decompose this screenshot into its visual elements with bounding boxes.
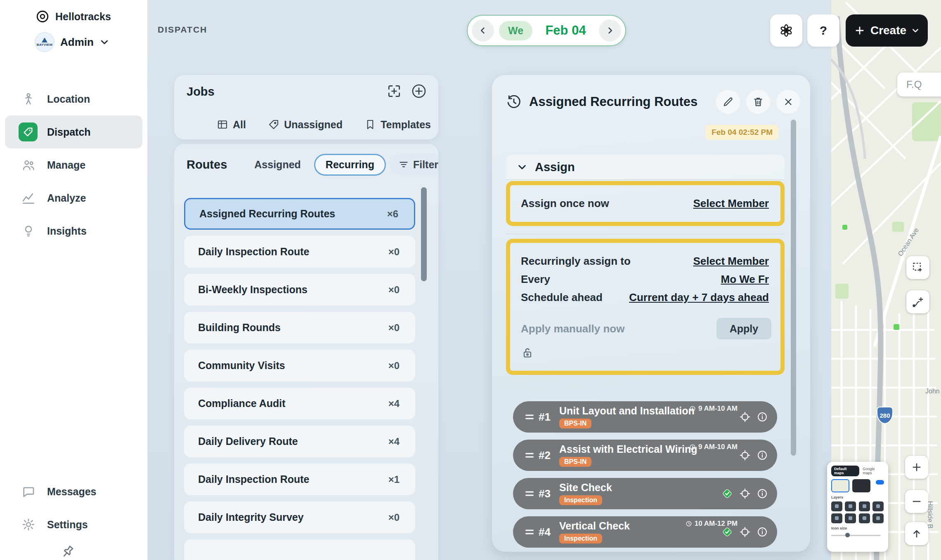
edit-route-button[interactable] bbox=[716, 90, 740, 114]
add-job-button[interactable] bbox=[409, 82, 428, 101]
select-area-icon bbox=[911, 261, 924, 274]
route-count: ×4 bbox=[388, 436, 400, 447]
stop-number: #3 bbox=[539, 487, 551, 500]
sidebar-item-location[interactable]: Location bbox=[5, 82, 142, 115]
icon-size-slider[interactable] bbox=[831, 533, 884, 538]
map-style-dark-thumb[interactable] bbox=[852, 479, 870, 492]
sidebar-item-dispatch[interactable]: Dispatch bbox=[5, 115, 142, 148]
tab-routes-assigned[interactable]: Assigned bbox=[252, 158, 303, 171]
locate-stop-icon[interactable] bbox=[739, 449, 751, 461]
detail-scrollbar[interactable] bbox=[791, 120, 796, 456]
collapse-up-button[interactable] bbox=[905, 522, 928, 545]
layer-option[interactable] bbox=[831, 513, 842, 523]
zoom-out-button[interactable] bbox=[905, 490, 928, 513]
date-label[interactable]: Feb 04 bbox=[532, 23, 599, 38]
route-list-item[interactable]: Bi-Weekly Inspections ×0 bbox=[184, 274, 415, 306]
date-navigator: We Feb 04 bbox=[467, 15, 626, 46]
sidebar-item-messages[interactable]: Messages bbox=[5, 475, 142, 508]
route-list-item[interactable]: Daily Inspection Route ×0 bbox=[184, 236, 415, 268]
locate-stop-icon[interactable] bbox=[739, 487, 751, 500]
route-list-item-partial[interactable] bbox=[184, 539, 415, 560]
scan-jobs-button[interactable] bbox=[385, 82, 404, 101]
route-detail-panel: Assigned Recurring Routes Feb 04 02:52 P… bbox=[492, 75, 810, 552]
sidebar-item-insights[interactable]: Insights bbox=[5, 214, 142, 247]
route-name: Daily Delivery Route bbox=[198, 435, 298, 447]
tab-routes-recurring[interactable]: Recurring bbox=[314, 154, 386, 176]
zoom-in-button[interactable] bbox=[905, 456, 928, 479]
area-select-button[interactable] bbox=[906, 256, 929, 279]
route-list-item[interactable]: Daily Delivery Route ×4 bbox=[184, 426, 415, 457]
drag-handle-icon[interactable] bbox=[525, 413, 534, 421]
google-maps-label[interactable]: Google maps bbox=[863, 467, 884, 475]
layer-option[interactable] bbox=[872, 513, 884, 523]
info-icon[interactable] bbox=[757, 449, 768, 461]
route-list-item[interactable]: Building Rounds ×0 bbox=[184, 312, 415, 344]
create-label: Create bbox=[870, 24, 906, 37]
pin-sidebar-icon[interactable] bbox=[60, 544, 75, 559]
info-icon[interactable] bbox=[757, 526, 768, 538]
plus-circle-icon bbox=[411, 83, 427, 99]
ai-assistant-button[interactable] bbox=[770, 14, 802, 47]
every-days-link[interactable]: Mo We Fr bbox=[718, 273, 771, 286]
drag-handle-icon[interactable] bbox=[525, 489, 534, 498]
apply-button[interactable]: Apply bbox=[716, 318, 771, 339]
next-day-button[interactable] bbox=[599, 19, 621, 42]
dispatch-icon bbox=[19, 122, 38, 141]
tab-label: Unassigned bbox=[284, 119, 343, 131]
route-list-item[interactable]: Community Visits ×0 bbox=[184, 350, 415, 381]
account-switcher[interactable]: BAYVIEW Admin bbox=[35, 31, 109, 53]
assign-section-header[interactable]: Assign bbox=[506, 155, 785, 180]
route-count: ×6 bbox=[387, 208, 398, 220]
locate-stop-icon[interactable] bbox=[739, 411, 751, 423]
filter-button[interactable]: Filter bbox=[389, 154, 438, 175]
layer-option[interactable] bbox=[845, 501, 856, 511]
create-button[interactable]: Create bbox=[846, 14, 928, 47]
info-icon[interactable] bbox=[757, 488, 768, 499]
route-count: ×4 bbox=[388, 398, 400, 409]
layer-option[interactable] bbox=[859, 513, 870, 523]
route-stop[interactable]: #1 Unit Layout and Installation BPS-IN 9… bbox=[513, 401, 777, 433]
route-list-item[interactable]: Daily Inspection Route ×1 bbox=[184, 464, 415, 495]
assign-once-highlight: Assign once now Select Member bbox=[506, 181, 785, 226]
schedule-ahead-link[interactable]: Current day + 7 days ahead bbox=[627, 291, 771, 304]
sidebar-item-settings[interactable]: Settings bbox=[5, 508, 142, 541]
help-button[interactable]: ? bbox=[807, 14, 839, 47]
map-search-box[interactable]: F.Q bbox=[897, 73, 941, 96]
tab-jobs-all[interactable]: All bbox=[214, 118, 248, 131]
delete-route-button[interactable] bbox=[746, 90, 770, 114]
sidebar-item-analyze[interactable]: Analyze bbox=[5, 181, 142, 214]
layer-option[interactable] bbox=[859, 501, 870, 511]
route-count: ×0 bbox=[388, 284, 400, 296]
route-list-item[interactable]: Compliance Audit ×4 bbox=[184, 388, 415, 419]
stop-title: Unit Layout and Installation bbox=[559, 405, 695, 416]
map-style-default-thumb[interactable] bbox=[831, 479, 849, 492]
drag-handle-icon[interactable] bbox=[525, 451, 534, 460]
sidebar: Hellotracks BAYVIEW Admin Location Dispa… bbox=[0, 0, 148, 560]
recurring-select-member-link[interactable]: Select Member bbox=[690, 254, 771, 268]
tab-jobs-templates[interactable]: Templates bbox=[362, 118, 433, 131]
route-list-item[interactable]: Daily Integrity Survey ×0 bbox=[184, 501, 415, 533]
route-list-item[interactable]: Assigned Recurring Routes ×6 bbox=[184, 198, 415, 230]
clock-icon bbox=[689, 444, 696, 450]
routes-scrollbar[interactable] bbox=[421, 187, 427, 281]
route-stop[interactable]: #4 Vertical Check Inspection 10 AM-12 PM bbox=[513, 516, 777, 548]
tab-label: Templates bbox=[381, 119, 431, 131]
info-icon[interactable] bbox=[757, 411, 768, 423]
assign-once-select-member-link[interactable]: Select Member bbox=[690, 197, 771, 210]
map-style-toggle[interactable] bbox=[876, 480, 884, 485]
layer-option[interactable] bbox=[831, 501, 842, 511]
layer-option[interactable] bbox=[845, 513, 856, 523]
layer-option[interactable] bbox=[872, 501, 884, 511]
close-panel-button[interactable] bbox=[776, 90, 800, 114]
prev-day-button[interactable] bbox=[472, 19, 494, 42]
locate-stop-icon[interactable] bbox=[739, 526, 751, 538]
route-stop[interactable]: #3 Site Check Inspection bbox=[513, 478, 777, 509]
unlock-icon[interactable] bbox=[521, 346, 771, 359]
route-stop[interactable]: #2 Assist with Electrical Wiring BPS-IN … bbox=[513, 440, 777, 471]
sidebar-item-manage[interactable]: Manage bbox=[5, 148, 142, 181]
default-maps-badge[interactable]: Default maps bbox=[831, 466, 859, 476]
drag-handle-icon[interactable] bbox=[525, 528, 534, 536]
tab-jobs-unassigned[interactable]: Unassigned bbox=[265, 118, 345, 131]
slider-knob[interactable] bbox=[845, 533, 850, 537]
add-waypoint-button[interactable] bbox=[906, 290, 929, 313]
